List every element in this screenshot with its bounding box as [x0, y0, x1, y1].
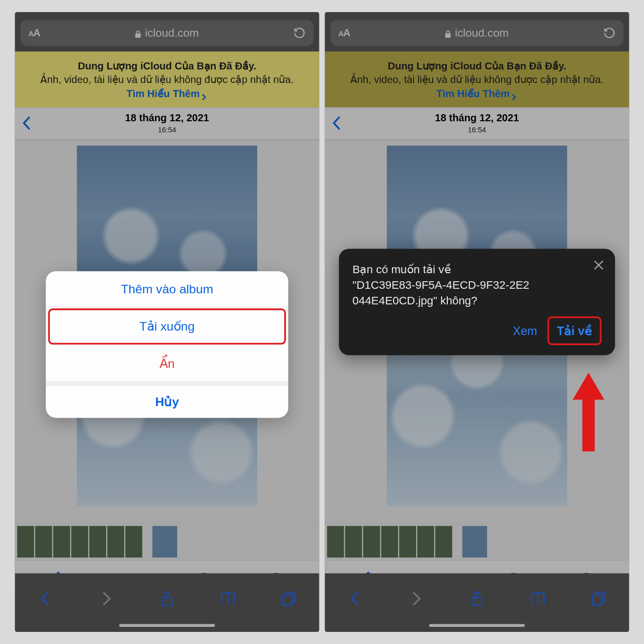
download-prompt: Bạn có muốn tải về "D1C39E83-9F5A-4ECD-9… — [339, 249, 615, 355]
phone-screenshot-left: AA icloud.com Dung Lượng iCloud Của Bạn … — [15, 12, 319, 632]
annotation-arrow-icon — [572, 373, 605, 452]
add-to-album-button[interactable]: Thêm vào album — [46, 271, 288, 307]
cancel-button[interactable]: Hủy — [46, 382, 288, 418]
prompt-line3: 044E4E0CD.jpg" không? — [352, 293, 601, 308]
prompt-line2: "D1C39E83-9F5A-4ECD-9F32-2E2 — [352, 277, 601, 292]
prompt-line1: Bạn có muốn tải về — [352, 261, 601, 277]
action-sheet: Thêm vào album Tải xuống Ẩn Hủy — [46, 271, 288, 418]
view-button[interactable]: Xem — [513, 323, 537, 339]
hide-button[interactable]: Ẩn — [46, 346, 288, 382]
download-button[interactable]: Tải xuống — [48, 308, 286, 345]
phone-screenshot-right: AA icloud.com Dung Lượng iCloud Của Bạn … — [325, 12, 629, 632]
confirm-download-button[interactable]: Tải về — [547, 316, 602, 346]
close-icon[interactable] — [593, 259, 605, 272]
